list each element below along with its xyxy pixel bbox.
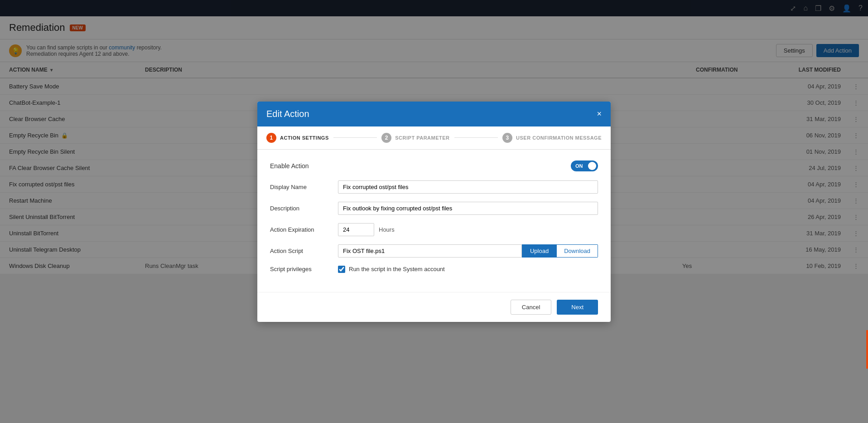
modal-header: Edit Action × xyxy=(257,102,611,126)
description-label: Description xyxy=(270,205,338,212)
display-name-row: Display Name xyxy=(270,180,598,194)
expiration-row: Action Expiration Hours xyxy=(270,223,598,236)
step-indicator: 1 ACTION SETTINGS 2 SCRIPT PARAMETER 3 U… xyxy=(257,126,611,150)
action-script-row: Action Script Upload Download xyxy=(270,244,598,258)
step-1: 1 ACTION SETTINGS xyxy=(266,133,329,143)
step-divider-2 xyxy=(454,137,498,138)
script-privileges-row: Script privileges Run the script in the … xyxy=(270,266,598,273)
toggle-circle xyxy=(588,162,596,170)
enable-action-label: Enable Action xyxy=(270,162,309,170)
description-row: Description xyxy=(270,202,598,215)
hours-label: Hours xyxy=(379,226,395,233)
action-script-label: Action Script xyxy=(270,248,338,254)
enable-action-toggle[interactable]: ON xyxy=(571,160,598,171)
step-1-num: 1 xyxy=(266,133,276,143)
script-privileges-label: Script privileges xyxy=(270,266,338,272)
enable-action-row: Enable Action ON xyxy=(270,160,598,171)
action-script-input[interactable] xyxy=(338,244,522,258)
display-name-input[interactable] xyxy=(338,180,598,194)
toggle-on-label: ON xyxy=(575,163,583,169)
modal-title: Edit Action xyxy=(266,109,309,119)
modal-overlay: Edit Action × 1 ACTION SETTINGS 2 SCRIPT… xyxy=(0,0,868,274)
action-expiration-input[interactable] xyxy=(338,223,374,236)
description-input[interactable] xyxy=(338,202,598,215)
step-3-label: USER CONFIRMATION MESSAGE xyxy=(516,135,602,141)
edit-action-modal: Edit Action × 1 ACTION SETTINGS 2 SCRIPT… xyxy=(257,102,611,275)
step-3-num: 3 xyxy=(502,133,512,143)
modal-close-button[interactable]: × xyxy=(597,109,602,119)
step-3: 3 USER CONFIRMATION MESSAGE xyxy=(502,133,602,143)
display-name-label: Display Name xyxy=(270,184,338,190)
action-expiration-label: Action Expiration xyxy=(270,226,338,233)
step-1-label: ACTION SETTINGS xyxy=(280,135,329,141)
modal-body: Enable Action ON Display Name Descriptio… xyxy=(257,150,611,275)
download-button[interactable]: Download xyxy=(557,244,598,258)
script-privileges-checkbox[interactable] xyxy=(338,266,345,273)
step-2-num: 2 xyxy=(381,133,391,143)
step-2: 2 SCRIPT PARAMETER xyxy=(381,133,449,143)
step-2-label: SCRIPT PARAMETER xyxy=(395,135,449,141)
upload-button[interactable]: Upload xyxy=(522,244,557,258)
script-privileges-checkbox-label: Run the script in the System account xyxy=(349,266,445,272)
step-divider-1 xyxy=(333,137,377,138)
